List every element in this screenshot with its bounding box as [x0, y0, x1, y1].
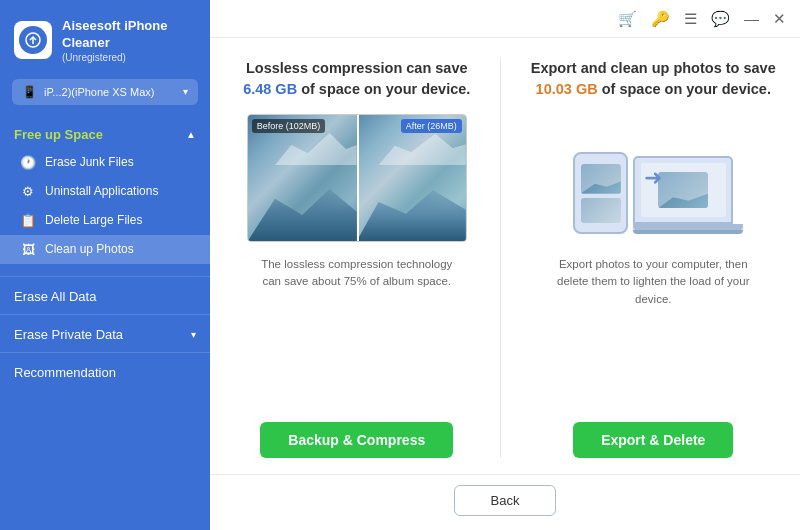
free-up-section: Free up Space ▲ 🕐 Erase Junk Files ⚙ Uni… — [0, 119, 210, 272]
recommendation-header[interactable]: Recommendation — [0, 357, 210, 386]
sidebar-item-clean-photos[interactable]: 🖼 Clean up Photos — [0, 235, 210, 264]
title-bar: 🛒 🔑 ☰ 💬 — ✕ — [210, 0, 800, 38]
sidebar-item-delete-large[interactable]: 📋 Delete Large Files — [0, 206, 210, 235]
menu-icon[interactable]: ☰ — [684, 10, 697, 28]
export-headline: Export and clean up photos to save 10.03… — [531, 58, 777, 100]
export-description: Export photos to your computer, then del… — [553, 256, 753, 308]
app-title2: Cleaner — [62, 35, 167, 52]
erase-junk-label: Erase Junk Files — [45, 155, 134, 169]
content-area: Lossless compression can save 6.48 GB of… — [210, 38, 800, 474]
cart-icon[interactable]: 🛒 — [618, 10, 637, 28]
export-illustration: ➜ — [553, 114, 753, 242]
compress-headline-accent: 6.48 GB — [243, 81, 297, 97]
device-dropdown[interactable]: 📱 iP...2)(iPhone XS Max) ▾ — [12, 79, 198, 105]
phone-illustration — [573, 152, 628, 234]
clean-photos-label: Clean up Photos — [45, 242, 134, 256]
delete-large-label: Delete Large Files — [45, 213, 142, 227]
before-label: Before (102MB) — [252, 119, 326, 133]
bottom-bar: Back — [210, 474, 800, 530]
laptop-stand — [633, 230, 743, 234]
compress-headline-text1: Lossless compression can save — [246, 60, 468, 76]
chevron-down-icon: ▾ — [183, 86, 188, 97]
before-image: Before (102MB) — [248, 115, 357, 241]
recommendation-title: Recommendation — [14, 365, 116, 380]
compress-headline: Lossless compression can save 6.48 GB of… — [234, 58, 480, 100]
phone-body — [573, 152, 628, 234]
laptop-screen-photo — [658, 172, 708, 208]
free-up-title: Free up Space — [14, 127, 103, 142]
phone-photo-1 — [581, 164, 621, 194]
phone-photo-2 — [581, 198, 621, 223]
chevron-up-icon: ▲ — [186, 129, 196, 140]
app-icon-inner — [19, 26, 47, 54]
compress-headline-text2: of space on your device. — [297, 81, 470, 97]
image-icon: 🖼 — [20, 242, 36, 257]
app-title: Aiseesoft iPhone — [62, 18, 167, 35]
arrow-right-icon: ➜ — [644, 165, 662, 191]
file-icon: 📋 — [20, 213, 36, 228]
key-icon[interactable]: 🔑 — [651, 10, 670, 28]
app-icon — [14, 21, 52, 59]
sidebar: Aiseesoft iPhone Cleaner (Unregistered) … — [0, 0, 210, 530]
main-content: 🛒 🔑 ☰ 💬 — ✕ Lossless compression can sav… — [210, 0, 800, 530]
clock-icon: 🕐 — [20, 155, 36, 170]
backup-compress-button[interactable]: Backup & Compress — [260, 422, 453, 458]
phone-icon: 📱 — [22, 85, 37, 99]
sidebar-item-erase-junk[interactable]: 🕐 Erase Junk Files — [0, 148, 210, 177]
erase-all-title: Erase All Data — [14, 289, 96, 304]
close-icon[interactable]: ✕ — [773, 10, 786, 28]
back-button[interactable]: Back — [454, 485, 557, 516]
erase-private-header[interactable]: Erase Private Data ▾ — [0, 319, 210, 348]
compress-description: The lossless compression technology can … — [257, 256, 457, 291]
export-headline-text2: of space on your device. — [598, 81, 771, 97]
erase-private-title: Erase Private Data — [14, 327, 123, 342]
export-delete-button[interactable]: Export & Delete — [573, 422, 733, 458]
export-headline-text1: Export and clean up photos to save — [531, 60, 776, 76]
sidebar-item-uninstall-apps[interactable]: ⚙ Uninstall Applications — [0, 177, 210, 206]
chevron-down-icon-private: ▾ — [191, 329, 196, 340]
export-headline-accent: 10.03 GB — [536, 81, 598, 97]
device-label: iP...2)(iPhone XS Max) — [44, 86, 176, 98]
compress-column: Lossless compression can save 6.48 GB of… — [234, 58, 501, 458]
erase-all-header[interactable]: Erase All Data — [0, 281, 210, 310]
comparison-divider — [357, 115, 359, 241]
minimize-icon[interactable]: — — [744, 10, 759, 27]
message-icon[interactable]: 💬 — [711, 10, 730, 28]
export-column: Export and clean up photos to save 10.03… — [501, 58, 777, 458]
free-up-header[interactable]: Free up Space ▲ — [0, 119, 210, 148]
divider-2 — [0, 314, 210, 315]
app-header: Aiseesoft iPhone Cleaner (Unregistered) — [0, 0, 210, 75]
after-image: After (26MB) — [357, 115, 466, 241]
divider-3 — [0, 352, 210, 353]
two-column-layout: Lossless compression can save 6.48 GB of… — [234, 58, 776, 458]
after-label: After (26MB) — [401, 119, 462, 133]
gear-icon: ⚙ — [20, 184, 36, 199]
comparison-image: Before (102MB) After (26MB) — [247, 114, 467, 242]
app-title-block: Aiseesoft iPhone Cleaner (Unregistered) — [62, 18, 167, 63]
divider-1 — [0, 276, 210, 277]
uninstall-apps-label: Uninstall Applications — [45, 184, 158, 198]
app-subtitle: (Unregistered) — [62, 52, 167, 63]
